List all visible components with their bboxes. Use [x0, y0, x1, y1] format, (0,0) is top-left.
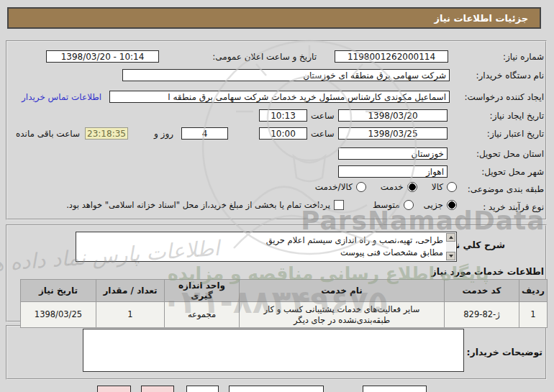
footer-button-3[interactable]: [186, 386, 219, 392]
cell-need-date: 1398/03/25: [21, 302, 96, 328]
radio-goods-service-icon[interactable]: [356, 182, 366, 192]
description-scrollbar[interactable]: [446, 233, 455, 260]
radio-goods-icon[interactable]: [447, 182, 457, 192]
request-creator-label: ایجاد کننده درخواست:: [464, 92, 544, 102]
description-textarea[interactable]: طراحی، تهیه،نصب و راه اندازی سیستم اعلام…: [76, 232, 457, 262]
option-medium[interactable]: متوسط: [373, 200, 414, 210]
page-title-text: جزئیات اطلاعات نیاز: [434, 13, 528, 24]
option-goods-service[interactable]: کالا/خدمت: [315, 182, 366, 192]
city-input[interactable]: اهواز: [338, 165, 448, 178]
col-unit: واحد اندازه گیری: [165, 280, 240, 302]
valid-hour-label: ساعت: [311, 129, 335, 139]
process-type-label: نوع فرآیند خرید :: [483, 202, 544, 212]
province-input[interactable]: خوزستان: [338, 147, 448, 160]
need-number-input[interactable]: 1198001262000114: [335, 50, 448, 63]
treasury-option[interactable]: پرداخت تمام یا بخشی از مبلغ خرید،از محل …: [66, 200, 344, 210]
scroll-down-icon[interactable]: [446, 252, 455, 260]
col-service-code: کد خدمت: [445, 280, 519, 302]
buyer-notes-label: توضیحات خریدار:: [466, 347, 542, 357]
footer-button-2[interactable]: [141, 386, 174, 392]
days-and-label: روز و: [154, 129, 173, 139]
need-number-label: شماره نیاز:: [503, 52, 544, 62]
services-table: ردیف کد خدمت نام خدمت واحد اندازه گیری ت…: [20, 279, 548, 328]
col-service-name: نام خدمت: [240, 280, 445, 302]
option-service-label: خدمت: [381, 182, 404, 192]
valid-date-input[interactable]: 1398/03/25: [338, 127, 448, 140]
city-label: شهر محل تحویل:: [481, 167, 544, 177]
radio-minor-icon[interactable]: [447, 200, 457, 210]
subject-class-options: کالا خدمت کالا/خدمت: [315, 182, 457, 192]
radio-service-icon[interactable]: [407, 182, 417, 192]
cell-row-number: 1: [519, 302, 548, 328]
footer-button-4[interactable]: [229, 386, 324, 392]
valid-date-label: تاریخ اعتبار نیاز:: [487, 129, 544, 139]
province-label: استان محل تحویل:: [476, 149, 544, 159]
cell-quantity: 1: [96, 302, 165, 328]
option-goods-label: کالا: [432, 182, 443, 192]
radio-medium-icon[interactable]: [404, 200, 414, 210]
remaining-days-input[interactable]: 4: [181, 127, 228, 140]
description-line1: طراحی، تهیه،نصب و راه اندازی سیستم اعلام…: [79, 234, 443, 247]
services-header: اطلاعات خدمات مورد نیاز: [432, 266, 545, 277]
option-goods[interactable]: کالا: [432, 182, 457, 192]
page-title: جزئیات اطلاعات نیاز: [7, 7, 541, 29]
subject-class-label: طبقه بندی موضوعی:: [468, 184, 544, 194]
description-line2: مطابق مشخصات فنی پیوست: [79, 247, 443, 259]
col-need-date: تاریخ نیاز: [21, 280, 96, 302]
scroll-up-icon[interactable]: [446, 233, 455, 242]
valid-time-input[interactable]: 10:00: [259, 127, 307, 140]
need-details-page: { "title_bar": { "text": "جزئیات اطلاعات…: [0, 0, 554, 392]
option-minor[interactable]: جزیی: [424, 200, 457, 210]
remaining-hours-label: ساعت باقی مانده: [16, 129, 80, 139]
buyer-org-input[interactable]: شرکت سهامی برق منطقه ای خوزستان: [122, 69, 450, 81]
cell-unit: مجموعه: [165, 302, 240, 328]
create-date-input[interactable]: 1398/03/20: [338, 109, 448, 122]
services-table-header-row: ردیف کد خدمت نام خدمت واحد اندازه گیری ت…: [21, 280, 548, 302]
cell-service-code: ژ-82-829: [445, 302, 519, 328]
col-row-number: ردیف: [519, 280, 548, 302]
footer-button-5[interactable]: [363, 386, 427, 392]
create-time-input[interactable]: 10:13: [259, 109, 307, 122]
footer-button-1[interactable]: [97, 386, 131, 392]
request-creator-input[interactable]: اسماعیل مکوندی کارشناس مسئول خرید خدمات …: [109, 91, 450, 103]
create-date-label: تاریخ ایجاد نیاز:: [490, 111, 544, 121]
option-minor-label: جزیی: [424, 200, 443, 210]
option-medium-label: متوسط: [373, 200, 400, 210]
treasury-checkbox[interactable]: [334, 200, 344, 210]
treasury-checkbox-label: پرداخت تمام یا بخشی از مبلغ خرید،از محل …: [66, 200, 330, 210]
create-hour-label: ساعت: [311, 111, 335, 121]
announce-datetime-input[interactable]: 1398/03/20 - 10:14: [46, 50, 159, 63]
option-goods-service-label: کالا/خدمت: [315, 182, 353, 192]
buyer-contact-link[interactable]: اطلاعات تماس خریدار: [22, 92, 101, 102]
announce-datetime-label: تاریخ و ساعت اعلان عمومی:: [212, 52, 317, 62]
remaining-time-badge: 23:18:35: [85, 127, 128, 140]
option-service[interactable]: خدمت: [381, 182, 417, 192]
process-type-options: جزیی متوسط پرداخت تمام یا بخشی از مبلغ خ…: [66, 200, 457, 210]
table-row[interactable]: 1 ژ-82-829 سایر فعالیت‌های خدمات پشتیبان…: [21, 302, 548, 328]
buyer-notes-textarea[interactable]: [83, 329, 464, 372]
buyer-org-label: نام دستگاه خریدار:: [476, 70, 545, 81]
cell-service-name: سایر فعالیت‌های خدمات پشتیبانی کسب و کار…: [240, 302, 445, 328]
col-quantity: تعداد / مقدار: [96, 280, 165, 302]
